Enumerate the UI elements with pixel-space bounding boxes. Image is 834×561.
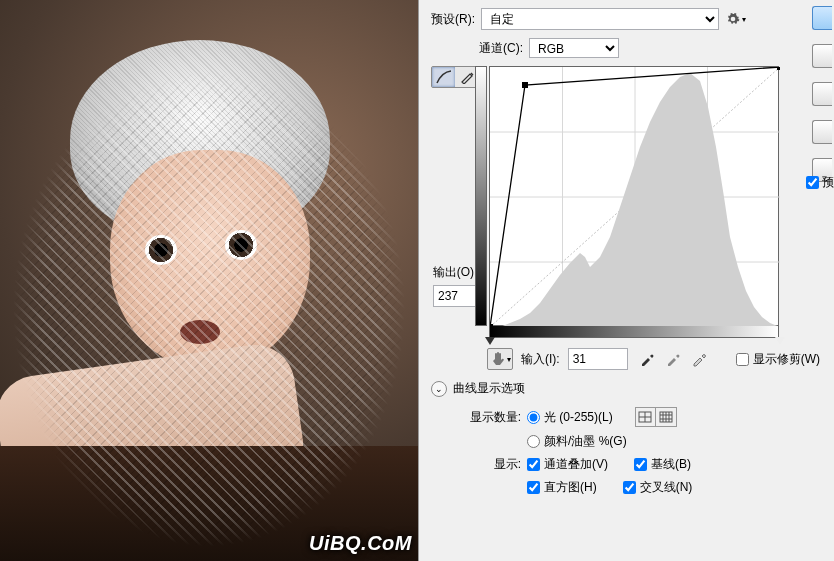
watermark: UiBQ.CoM	[309, 532, 412, 555]
document-canvas[interactable]: UiBQ.CoM	[0, 0, 418, 561]
gray-eyedropper[interactable]	[662, 348, 684, 370]
disclosure-label: 曲线显示选项	[453, 380, 525, 397]
show-clipping-checkbox[interactable]: 显示修剪(W)	[736, 351, 820, 368]
input-gradient[interactable]	[489, 326, 779, 338]
channel-overlay-checkbox[interactable]: 通道叠加(V)	[527, 456, 608, 473]
grid-fine-icon[interactable]	[656, 408, 676, 426]
show-clipping-label: 显示修剪(W)	[753, 351, 820, 368]
auto-button[interactable]	[812, 120, 832, 144]
output-gradient	[475, 66, 487, 326]
curves-dialog: 预 预设(R): 自定 ▾ 通道(C): RGB	[418, 0, 834, 561]
light-radio[interactable]: 光 (0-255)(L)	[527, 409, 613, 426]
cancel-button[interactable]	[812, 44, 832, 68]
preview-checkbox[interactable]: 预	[806, 174, 834, 191]
point-curve-icon[interactable]	[432, 67, 455, 87]
gear-icon	[726, 12, 740, 26]
preset-menu-button[interactable]: ▾	[725, 10, 747, 28]
pigment-radio[interactable]: 颜料/油墨 %(G)	[527, 433, 627, 450]
preview-label: 预	[822, 174, 834, 191]
pigment-radio-label: 颜料/油墨 %(G)	[544, 433, 627, 450]
white-point-slider[interactable]	[775, 337, 785, 345]
disclosure-toggle[interactable]: ⌄	[431, 381, 447, 397]
curve-point-white[interactable]	[777, 67, 780, 70]
output-field[interactable]	[433, 285, 477, 307]
intersect-checkbox[interactable]: 交叉线(N)	[623, 479, 693, 496]
curve-point-mid[interactable]	[522, 82, 528, 88]
baseline-checkbox[interactable]: 基线(B)	[634, 456, 691, 473]
display-amount-label: 显示数量:	[461, 409, 521, 426]
black-eyedropper[interactable]	[636, 348, 658, 370]
input-field[interactable]	[568, 348, 628, 370]
grid-coarse-icon[interactable]	[636, 408, 656, 426]
light-radio-label: 光 (0-255)(L)	[544, 409, 613, 426]
show-label: 显示:	[461, 456, 521, 473]
output-label: 输出(O):	[433, 264, 478, 281]
grid-size-toggle[interactable]	[635, 407, 677, 427]
targeted-adjust-button[interactable]: ▾	[487, 348, 513, 370]
dialog-action-buttons	[812, 6, 832, 182]
white-eyedropper[interactable]	[688, 348, 710, 370]
curve-tool-toggle[interactable]	[431, 66, 479, 88]
preset-label: 预设(R):	[431, 11, 475, 28]
input-label: 输入(I):	[521, 351, 560, 368]
ok-button[interactable]	[812, 6, 832, 30]
hand-icon	[490, 351, 506, 367]
black-point-slider[interactable]	[485, 337, 495, 345]
channel-select[interactable]: RGB	[529, 38, 619, 58]
channel-label: 通道(C):	[479, 40, 523, 57]
preset-select[interactable]: 自定	[481, 8, 719, 30]
histogram-checkbox[interactable]: 直方图(H)	[527, 479, 597, 496]
smooth-button[interactable]	[812, 82, 832, 106]
curves-graph[interactable]	[489, 66, 779, 326]
